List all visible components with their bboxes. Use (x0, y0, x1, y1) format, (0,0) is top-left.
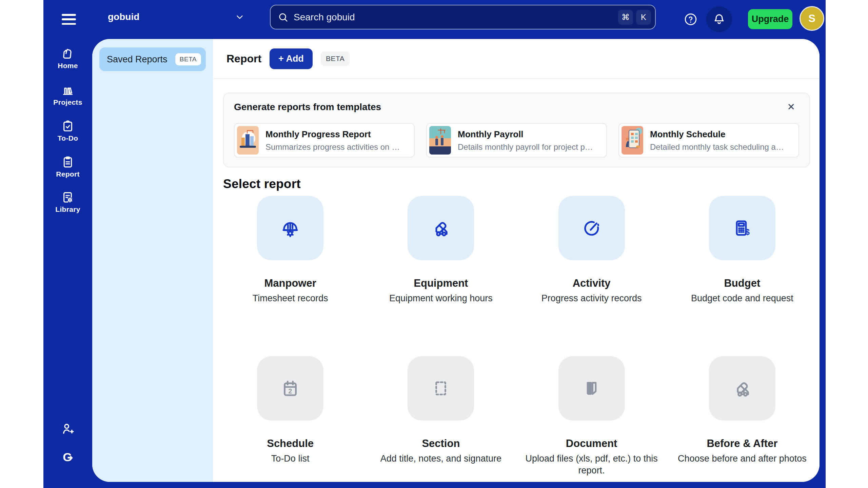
library-icon (61, 190, 75, 204)
report-type-section[interactable]: Section Add title, notes, and signature (366, 356, 516, 477)
report-type-row-1: Manpower Timesheet records Equipment Equ… (213, 196, 820, 305)
k-key: K (636, 10, 651, 25)
svg-text:$: $ (745, 228, 750, 237)
sidebar-item-home[interactable]: Home (43, 47, 92, 70)
sidebar-item-projects[interactable]: Projects (43, 83, 92, 106)
report-icon (61, 155, 75, 169)
gobuid-logo: G (60, 450, 75, 465)
report-type-manpower[interactable]: Manpower Timesheet records (215, 196, 366, 305)
sidebar-item-library[interactable]: Library (43, 190, 92, 214)
search-input[interactable] (289, 12, 615, 23)
main-content: Report + Add BETA Generate reports from … (213, 39, 820, 482)
reports-sidebar: Saved Reports BETA (92, 39, 213, 482)
template-thumbnail (429, 126, 451, 155)
sidebar-item-saved-reports[interactable]: Saved Reports BETA (99, 47, 206, 71)
report-type-before-after[interactable]: Before & After Choose before and after p… (667, 356, 817, 477)
project-name: gobuid (98, 12, 139, 22)
search-bar[interactable]: ⌘ K (270, 5, 656, 29)
sidebar-item-report[interactable]: Report (43, 155, 92, 178)
notifications-button[interactable] (706, 6, 732, 32)
add-report-button[interactable]: + Add (270, 48, 313, 69)
page-title: Report (226, 53, 261, 65)
beta-badge: BETA (175, 53, 201, 65)
report-type-activity[interactable]: Activity Progress activity records (516, 196, 667, 305)
template-thumbnail (622, 126, 643, 155)
sidebar-item-todo[interactable]: To-Do (43, 119, 92, 142)
help-icon[interactable] (684, 12, 698, 26)
mixer-truck-icon (430, 218, 451, 239)
gauge-icon (581, 218, 602, 239)
bell-icon (712, 13, 726, 26)
before-after-truck-icon (732, 378, 753, 399)
todo-icon (61, 119, 75, 133)
content-shell: Saved Reports BETA Report + Add BETA Gen… (92, 39, 820, 482)
templates-section: Generate reports from templates ✕ Monthl… (223, 93, 810, 167)
select-report-title: Select report (223, 177, 820, 191)
invite-user-icon (60, 421, 75, 436)
calculator-dollar-icon: $ (732, 218, 753, 239)
avatar[interactable]: S (800, 6, 824, 31)
cmd-key-icon: ⌘ (618, 10, 633, 25)
template-monthly-progress-report[interactable]: Monthly Progress Report Summarizes progr… (234, 123, 415, 158)
document-pages-icon (581, 378, 602, 399)
chevron-down-icon (235, 12, 245, 22)
home-icon (61, 47, 75, 60)
primary-sidebar: Home Projects To-Do Report Library (43, 39, 92, 488)
app-frame: gobuid ⌘ K Upgrade S Home Projects (43, 0, 826, 488)
dashed-box-icon (430, 378, 451, 399)
svg-text:2: 2 (289, 387, 292, 395)
calendar-icon: 2 (280, 378, 301, 399)
hard-hat-gear-icon (280, 218, 301, 239)
report-type-equipment[interactable]: Equipment Equipment working hours (366, 196, 516, 305)
report-type-row-2: 2 Schedule To-Do list Section Add title,… (213, 356, 820, 477)
report-type-schedule[interactable]: 2 Schedule To-Do list (215, 356, 366, 477)
templates-title: Generate reports from templates (234, 102, 381, 113)
upgrade-button[interactable]: Upgrade (748, 9, 792, 29)
template-monthly-schedule[interactable]: Monthly Schedule Detailed monthly task s… (618, 123, 799, 158)
beta-badge: BETA (321, 52, 350, 66)
report-header: Report + Add BETA (213, 39, 820, 79)
template-thumbnail (237, 126, 259, 155)
invite-user-button[interactable] (43, 421, 92, 436)
report-type-document[interactable]: Document Upload files (xls, pdf, etc.) t… (516, 356, 667, 477)
projects-icon (61, 83, 75, 97)
project-selector[interactable]: gobuid (98, 6, 247, 28)
template-monthly-payroll[interactable]: Monthly Payroll Details monthly payroll … (426, 123, 607, 158)
search-icon (277, 12, 289, 23)
app-window: gobuid ⌘ K Upgrade S Home Projects (0, 0, 868, 488)
close-icon[interactable]: ✕ (787, 102, 795, 112)
gobuid-logo-button[interactable]: G (43, 450, 92, 465)
report-type-budget[interactable]: $ Budget Budget code and request (667, 196, 817, 305)
menu-icon[interactable] (61, 13, 77, 26)
